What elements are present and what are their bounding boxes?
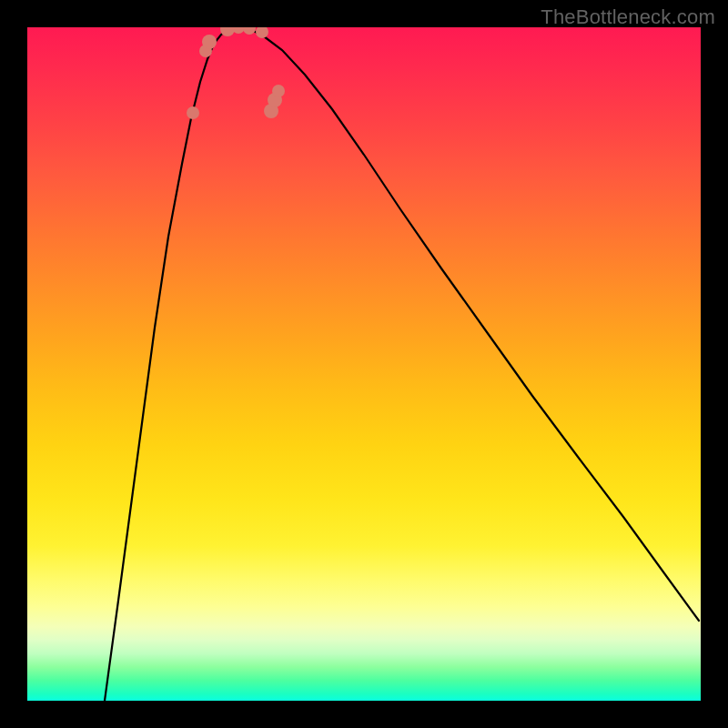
bottleneck-curve [105,27,699,701]
curve-marker [256,27,268,38]
curve-marker [272,85,285,97]
curve-marker [243,27,256,35]
curve-marker [202,35,217,49]
curve-layer [27,27,701,701]
chart-frame: TheBottleneck.com [0,0,728,728]
curve-marker [232,27,245,34]
curve-marker [187,106,199,119]
plot-area [27,27,701,701]
attribution-text: TheBottleneck.com [541,5,715,29]
